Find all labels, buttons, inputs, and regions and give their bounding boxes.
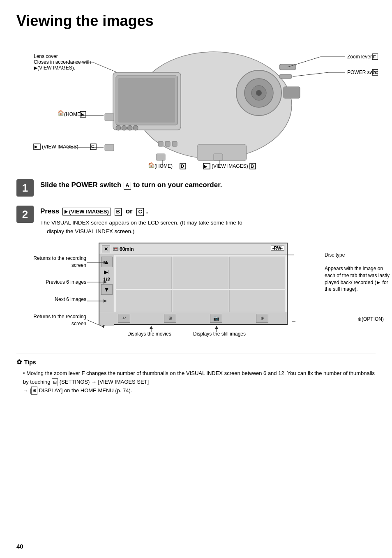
still-btn[interactable]: 📷 bbox=[210, 314, 222, 323]
svg-text:▶(VIEW IMAGES).: ▶(VIEW IMAGES). bbox=[34, 65, 75, 71]
step-2-box-b: B bbox=[115, 208, 122, 216]
svg-rect-21 bbox=[156, 154, 165, 160]
movie-btn[interactable]: ⊞ bbox=[164, 314, 176, 323]
svg-line-27 bbox=[293, 72, 329, 76]
svg-text:(HOME): (HOME) bbox=[154, 163, 173, 169]
step-2-end: . bbox=[146, 207, 148, 215]
svg-text:(HOME): (HOME) bbox=[64, 111, 82, 117]
annotation-next6: Next 6 images bbox=[33, 296, 86, 303]
annotation-returns-1: Returns to the recording screen bbox=[33, 255, 86, 269]
svg-point-5 bbox=[122, 125, 127, 130]
thumb-2 bbox=[173, 257, 228, 289]
svg-rect-20 bbox=[105, 144, 114, 151]
annotation-disc-type: Disc type bbox=[325, 252, 390, 259]
svg-text:(VIEW IMAGES): (VIEW IMAGES) bbox=[212, 163, 248, 169]
svg-text:C: C bbox=[91, 144, 95, 149]
svg-rect-16 bbox=[158, 141, 163, 146]
screen-time: 📼 60min bbox=[113, 246, 134, 252]
svg-rect-14 bbox=[284, 87, 300, 98]
step-2-desc-line2: display the VISUAL INDEX screen.) bbox=[47, 228, 134, 234]
next-images-button[interactable]: ▼ bbox=[101, 284, 113, 295]
svg-marker-71 bbox=[150, 326, 153, 329]
disc-type-label: Disc type bbox=[325, 252, 345, 258]
svg-text:E: E bbox=[81, 112, 84, 117]
step-2-desc: The VISUAL INDEX screen appears on the L… bbox=[40, 218, 376, 236]
step-2-box-c: C bbox=[136, 208, 143, 216]
camera-diagram: Lens cover Closes in accordance with ▶(V… bbox=[16, 39, 376, 175]
step-2-desc-line1: The VISUAL INDEX screen appears on the L… bbox=[40, 220, 242, 226]
annotation-movies: Displays the movies bbox=[127, 331, 171, 337]
tips-header: ✿ Tips bbox=[16, 358, 376, 366]
svg-text:▶: ▶ bbox=[35, 144, 38, 149]
step-2: 2 Press (VIEW IMAGES) B or C . The VISUA… bbox=[16, 206, 376, 236]
svg-text:F: F bbox=[373, 54, 376, 59]
view-images-text-step2: (VIEW IMAGES) bbox=[69, 208, 109, 215]
display-icon-inline: ⊞ bbox=[31, 387, 37, 395]
svg-rect-22 bbox=[214, 154, 223, 160]
next6-text: Next 6 images bbox=[55, 296, 86, 302]
svg-text:Zoom lever: Zoom lever bbox=[347, 54, 372, 60]
svg-point-11 bbox=[256, 90, 262, 96]
view-images-btn-step2[interactable]: (VIEW IMAGES) bbox=[62, 208, 111, 215]
return-btn[interactable]: ↩ bbox=[118, 314, 130, 323]
prev-images-button[interactable]: ▲ bbox=[101, 257, 113, 267]
svg-rect-17 bbox=[165, 141, 170, 146]
svg-rect-19 bbox=[105, 113, 114, 121]
svg-text:A: A bbox=[373, 70, 376, 75]
settings-icon-inline: ⊞ bbox=[52, 378, 58, 387]
tips-list: Moving the zoom lever F changes the numb… bbox=[23, 369, 376, 395]
step-1-title-rest: to turn on your camcorder. bbox=[133, 181, 222, 189]
time-value: 60min bbox=[120, 246, 134, 252]
annotation-prev6: Previous 6 images bbox=[33, 279, 86, 286]
displays-still-text: Displays the still images bbox=[193, 331, 246, 337]
svg-text:🏠: 🏠 bbox=[58, 109, 65, 116]
svg-text:D: D bbox=[181, 164, 184, 169]
annotation-appears-with: Appears with the image on each of the ta… bbox=[325, 265, 390, 293]
camera-illustration: Lens cover Closes in accordance with ▶(V… bbox=[16, 39, 378, 171]
step-2-or: or bbox=[126, 207, 133, 215]
step-2-number: 2 bbox=[16, 206, 34, 223]
screen-topbar: ✕ 📼 60min -RW- bbox=[99, 243, 287, 255]
svg-text:🏠: 🏠 bbox=[148, 162, 155, 169]
thumb-3 bbox=[229, 257, 285, 289]
returns-text-1: Returns to the recording screen bbox=[33, 255, 86, 268]
step-2-press: Press bbox=[40, 207, 59, 215]
tips-icon: ✿ bbox=[16, 358, 22, 366]
displays-movies-text: Displays the movies bbox=[127, 331, 171, 337]
page-title: Viewing the images bbox=[16, 12, 376, 30]
screen-bottombar: ↩ ⊞ 📷 ⊕ bbox=[99, 312, 287, 324]
screen-x-button[interactable]: ✕ bbox=[102, 245, 110, 253]
svg-rect-18 bbox=[172, 141, 177, 146]
step-2-content: Press (VIEW IMAGES) B or C . The VISUAL … bbox=[40, 206, 376, 236]
option-text: (OPTION) bbox=[362, 316, 384, 322]
prev6-text: Previous 6 images bbox=[46, 279, 86, 285]
lcd-screen-frame: ✕ 📼 60min -RW- ▲ ▶ | 1/2 ▼ bbox=[99, 243, 288, 325]
page-number: 40 bbox=[16, 543, 23, 550]
svg-point-7 bbox=[133, 125, 138, 130]
svg-text:B: B bbox=[251, 164, 254, 169]
step-1: 1 Slide the POWER switch A to turn on yo… bbox=[16, 179, 376, 197]
tips-section: ✿ Tips Moving the zoom lever F changes t… bbox=[16, 354, 376, 395]
svg-line-25 bbox=[288, 57, 321, 67]
disc-type-badge: -RW- bbox=[271, 245, 284, 251]
tape-icon: 📼 bbox=[113, 246, 119, 252]
svg-text:(VIEW IMAGES): (VIEW IMAGES) bbox=[42, 144, 78, 150]
svg-point-6 bbox=[127, 125, 132, 130]
svg-line-23 bbox=[92, 62, 117, 72]
sidebar-separator: | bbox=[108, 270, 110, 274]
annotation-option: ⊕(OPTION) bbox=[357, 316, 390, 323]
thumb-1 bbox=[116, 257, 172, 289]
page-indicator: 1/2 bbox=[103, 277, 110, 282]
tips-item-1: Moving the zoom lever F changes the numb… bbox=[23, 369, 376, 395]
returns-text-2: Returns to the recording screen bbox=[33, 314, 86, 326]
svg-rect-13 bbox=[279, 74, 292, 79]
svg-text:Closes in accordance with: Closes in accordance with bbox=[34, 59, 91, 65]
annotation-still: Displays the still images bbox=[193, 331, 246, 337]
settings-btn[interactable]: ⊕ bbox=[256, 314, 268, 323]
step-1-content: Slide the POWER switch A to turn on your… bbox=[40, 179, 376, 192]
svg-text:▶: ▶ bbox=[204, 164, 208, 169]
svg-point-4 bbox=[116, 125, 121, 130]
svg-rect-3 bbox=[118, 78, 175, 123]
play-icon-sidebar: ▶ bbox=[104, 269, 108, 275]
step-1-title-text: Slide the POWER switch bbox=[40, 181, 121, 189]
